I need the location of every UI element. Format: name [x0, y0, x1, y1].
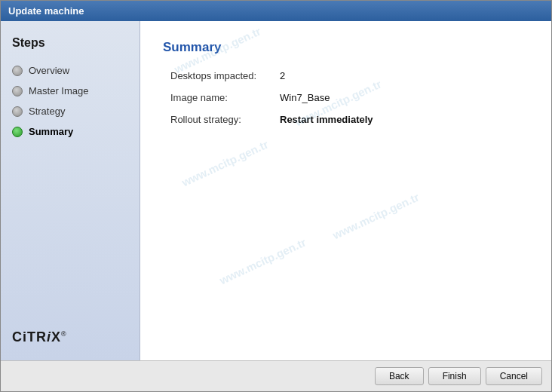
- back-button[interactable]: Back: [375, 367, 424, 385]
- step-master-image[interactable]: Master Image: [12, 85, 128, 96]
- summary-row-rollout: Rollout strategy: Restart immediately: [170, 114, 529, 125]
- step-label-summary: Summary: [29, 126, 73, 137]
- watermark-5: www.mcitp.gen.tr: [217, 235, 308, 286]
- step-strategy[interactable]: Strategy: [12, 106, 128, 117]
- steps-heading: Steps: [12, 36, 128, 50]
- watermark-3: www.mcitp.gen.tr: [179, 137, 270, 188]
- image-value: Win7_Base: [280, 92, 330, 103]
- main-content: www.mcitp.gen.tr www.mcitp.gen.tr www.mc…: [140, 21, 551, 360]
- rollout-label: Rollout strategy:: [170, 114, 280, 125]
- step-icon-strategy: [12, 106, 23, 117]
- update-machine-dialog: Update machine Steps Overview Master Ima…: [0, 0, 552, 392]
- step-label-strategy: Strategy: [29, 106, 65, 117]
- trademark: ®: [61, 330, 67, 338]
- title-bar: Update machine: [1, 1, 551, 21]
- step-label-overview: Overview: [29, 65, 69, 76]
- image-label: Image name:: [170, 92, 280, 103]
- desktops-label: Desktops impacted:: [170, 70, 280, 81]
- step-overview[interactable]: Overview: [12, 65, 128, 76]
- rollout-value: Restart immediately: [280, 114, 373, 125]
- content-area: Steps Overview Master Image Strategy Sum…: [1, 21, 551, 360]
- citrix-logo: CiTRiX®: [12, 329, 128, 345]
- steps-section: Steps Overview Master Image Strategy Sum…: [12, 36, 128, 146]
- cancel-button[interactable]: Cancel: [486, 367, 542, 385]
- summary-table: Desktops impacted: 2 Image name: Win7_Ba…: [170, 70, 529, 125]
- summary-row-desktops: Desktops impacted: 2: [170, 70, 529, 81]
- summary-row-image: Image name: Win7_Base: [170, 92, 529, 103]
- step-icon-summary: [12, 127, 23, 137]
- dialog-title: Update machine: [8, 5, 84, 17]
- desktops-value: 2: [280, 70, 285, 81]
- finish-button[interactable]: Finish: [428, 367, 481, 385]
- footer: Back Finish Cancel: [1, 360, 551, 391]
- step-summary[interactable]: Summary: [12, 126, 128, 137]
- step-icon-overview: [12, 66, 23, 76]
- watermark-4: www.mcitp.gen.tr: [330, 190, 421, 241]
- sidebar: Steps Overview Master Image Strategy Sum…: [1, 21, 140, 360]
- step-icon-master-image: [12, 86, 23, 96]
- step-label-master-image: Master Image: [29, 85, 88, 96]
- section-title: Summary: [163, 40, 529, 55]
